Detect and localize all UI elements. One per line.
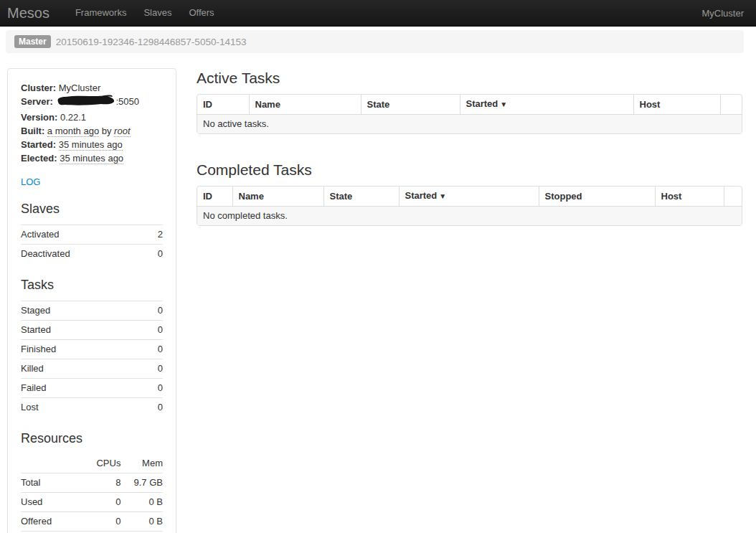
navbar-cluster-name: MyCluster [701,8,744,19]
table-row: Staged 0 [21,301,163,321]
table-row: No completed tasks. [197,207,742,226]
resources-offered-mem: 0 B [121,512,163,532]
table-row: Offered 0 0 B [21,512,163,532]
completed-tasks-title: Completed Tasks [197,160,742,179]
table-header-row: ID Name State Started▼ Stopped Host [197,187,742,207]
resources-section-title: Resources [21,429,163,448]
active-col-id[interactable]: ID [197,95,249,115]
resources-used-mem: 0 B [121,493,163,512]
info-built-value: a month ago [47,126,99,137]
slaves-section-title: Slaves [21,199,163,218]
master-id: 20150619-192346-1298446857-5050-14153 [56,37,247,47]
active-tasks-section: Active Tasks ID Name State Started▼ Host [197,68,742,134]
info-started: Started: 35 minutes ago [21,138,163,151]
completed-col-started-label: Started [405,190,438,201]
table-row: Activated 2 [21,225,163,245]
brand-mesos[interactable]: Mesos [7,0,49,26]
completed-col-id[interactable]: ID [197,187,232,207]
active-tasks-title: Active Tasks [197,68,742,88]
resources-offered-cpus: 0 [76,512,121,532]
completed-col-host[interactable]: Host [655,187,724,207]
resources-used-cpus: 0 [76,493,121,512]
tasks-finished-label: Finished [21,340,145,359]
info-elected-label: Elected: [21,153,57,164]
nav-item-offers[interactable]: Offers [180,0,222,26]
navbar-menu: Frameworks Slaves Offers [67,0,223,26]
tasks-started-value: 0 [145,321,163,340]
table-row: No active tasks. [197,115,742,134]
info-built-user: root [114,126,130,137]
table-row: Used 0 0 B [21,493,163,512]
info-started-label: Started: [21,139,56,150]
info-built-by: by [102,126,112,136]
info-cluster-value: MyCluster [59,82,101,93]
info-cluster-label: Cluster: [21,82,56,93]
tasks-killed-label: Killed [21,359,145,379]
resources-table: CPUs Mem Total 8 9.7 GB Used 0 0 B [21,454,163,533]
resources-header-mem: Mem [121,454,163,473]
resources-header-empty [21,454,76,473]
active-col-started[interactable]: Started▼ [460,95,633,115]
slaves-deactivated-label: Deactivated [21,245,149,264]
info-version: Version: 0.22.1 [21,110,163,124]
info-version-label: Version: [21,112,57,123]
tasks-staged-value: 0 [145,301,163,321]
resources-used-label: Used [21,493,76,512]
slaves-activated-value: 2 [149,225,163,245]
tasks-killed-value: 0 [145,359,163,379]
tasks-section-title: Tasks [21,275,163,294]
table-row: Finished 0 [21,340,163,359]
info-cluster: Cluster: MyCluster [21,81,163,95]
master-badge: Master [14,35,51,48]
nav-item-slaves[interactable]: Slaves [135,0,180,26]
completed-tasks-section: Completed Tasks ID Name State Started▼ S… [197,160,742,226]
resources-offered-label: Offered [21,512,76,532]
breadcrumb: Master 20150619-192346-1298446857-5050-1… [6,30,744,53]
active-col-actions [720,95,742,115]
completed-tasks-table-wrap: ID Name State Started▼ Stopped Host No c… [197,186,742,226]
table-row: Killed 0 [21,359,163,379]
table-row: Started 0 [21,321,163,340]
sidebar-panel: Cluster: MyCluster Server: :5050 Version… [7,68,176,533]
info-server-port: :5050 [115,96,139,107]
info-elected-value: 35 minutes ago [60,153,123,164]
table-header-row: ID Name State Started▼ Host [197,95,742,115]
nav-link-frameworks[interactable]: Frameworks [67,0,136,26]
completed-tasks-empty-message: No completed tasks. [197,207,742,226]
info-started-value: 35 minutes ago [59,139,123,151]
tasks-finished-value: 0 [145,340,163,359]
completed-col-name[interactable]: Name [232,187,323,207]
resources-total-mem: 9.7 GB [121,473,163,493]
completed-col-stopped[interactable]: Stopped [539,187,655,207]
tasks-started-label: Started [21,321,145,340]
tasks-staged-label: Staged [21,301,145,321]
resources-total-label: Total [21,473,76,493]
completed-col-state[interactable]: State [323,187,399,207]
info-elected: Elected: 35 minutes ago [21,151,163,165]
table-row: Failed 0 [21,379,163,398]
tasks-section: Tasks Staged 0 Started 0 Finished 0 [21,275,163,417]
active-tasks-table-wrap: ID Name State Started▼ Host No active ta… [197,94,742,134]
resources-header-cpus: CPUs [76,454,121,473]
slaves-activated-label: Activated [21,225,149,245]
tasks-lost-label: Lost [21,398,145,418]
active-col-state[interactable]: State [361,95,460,115]
nav-link-offers[interactable]: Offers [180,0,222,26]
redaction-scribble-icon [55,95,115,110]
info-server-label: Server: [21,96,53,107]
log-link[interactable]: LOG [21,176,40,187]
nav-link-slaves[interactable]: Slaves [135,0,180,26]
active-col-name[interactable]: Name [249,95,361,115]
nav-item-frameworks[interactable]: Frameworks [67,0,136,26]
top-navbar: Mesos Frameworks Slaves Offers MyCluster [0,0,756,27]
completed-col-actions [724,187,742,207]
tasks-failed-label: Failed [21,379,145,398]
table-row: Lost 0 [21,398,163,418]
info-server: Server: :5050 [21,95,163,110]
completed-tasks-table: ID Name State Started▼ Stopped Host No c… [197,187,742,225]
slaves-table: Activated 2 Deactivated 0 [21,225,163,263]
completed-col-started[interactable]: Started▼ [399,187,539,207]
active-col-host[interactable]: Host [633,95,720,115]
resources-section: Resources CPUs Mem Total 8 9.7 GB [21,429,163,533]
slaves-section: Slaves Activated 2 Deactivated 0 [21,199,163,263]
